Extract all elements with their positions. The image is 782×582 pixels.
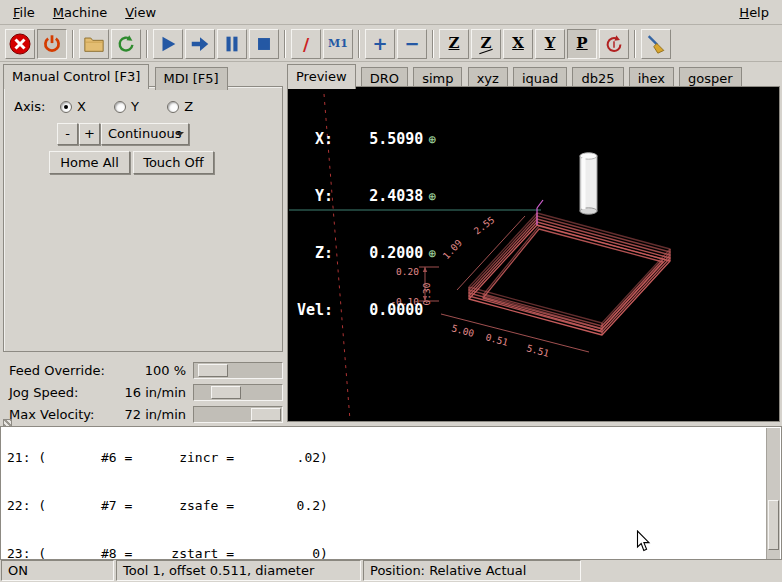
- machine-state-cell: ON: [1, 560, 114, 581]
- stop-icon: [253, 33, 275, 55]
- machine-power-button[interactable]: [37, 29, 67, 59]
- view-top-button[interactable]: Z: [439, 29, 469, 59]
- axis-radio-y[interactable]: Y: [114, 99, 145, 114]
- letter-z-icon: Z: [449, 36, 460, 51]
- axis-radio-x[interactable]: X: [60, 99, 92, 114]
- max-velocity-slider[interactable]: [193, 406, 283, 423]
- left-notebook-tabs: Manual Control [F3] MDI [F5]: [3, 64, 229, 87]
- toggle-skip-lines-button[interactable]: /: [291, 29, 321, 59]
- jog-mode-combobox[interactable]: Continuous: [101, 123, 189, 145]
- homed-icon: ⊕: [428, 189, 436, 204]
- jog-minus-button[interactable]: -: [57, 123, 78, 145]
- dro-row-x: X:5.5090⊕: [297, 130, 436, 149]
- zoom-in-button[interactable]: +: [365, 29, 395, 59]
- view-front-button[interactable]: Y: [535, 29, 565, 59]
- home-all-button[interactable]: Home All: [49, 151, 130, 174]
- max-velocity-label: Max Velocity:: [9, 407, 94, 422]
- view-rotated-top-button[interactable]: Z: [471, 29, 501, 59]
- max-velocity-row: Max Velocity: 72 in/min: [3, 405, 284, 425]
- estop-icon: [8, 32, 32, 56]
- gcode-lines: 21: ( #6 = zincr = .02) 22: ( #7 = zsafe…: [7, 426, 781, 560]
- reload-icon: [115, 33, 137, 55]
- homed-icon: ⊕: [428, 246, 436, 261]
- radio-x-circle[interactable]: [60, 101, 72, 113]
- tab-preview[interactable]: Preview: [287, 64, 356, 89]
- jog-plus-button[interactable]: +: [79, 123, 100, 145]
- feed-override-value: 100 %: [103, 363, 186, 378]
- menu-view[interactable]: View: [116, 2, 165, 23]
- view-perspective-button[interactable]: P: [567, 29, 597, 59]
- slash-icon: /: [303, 34, 309, 54]
- pause-icon: [221, 33, 243, 55]
- preview-frame: 0.20 0.30 -0.10 2.55 1.09 5.00 0.51 5.51: [287, 86, 780, 422]
- clear-plot-button[interactable]: [641, 29, 671, 59]
- dro-y-value: 2.4038: [333, 187, 423, 206]
- dro-x-label: X:: [297, 130, 333, 149]
- step-line-button[interactable]: [185, 29, 215, 59]
- dim-label-x-size: 5.00: [450, 322, 475, 339]
- rapid-move-line: [537, 200, 543, 225]
- dim-label-x-max: 5.51: [525, 342, 550, 359]
- toolbar-separator: [358, 30, 360, 58]
- open-file-button[interactable]: [79, 29, 109, 59]
- max-velocity-value: 72 in/min: [103, 407, 186, 422]
- zoom-out-button[interactable]: −: [397, 29, 427, 59]
- toolbar: / M1 + − Z Z X Y P: [0, 26, 782, 62]
- toolbar-separator: [284, 30, 286, 58]
- radio-z-circle[interactable]: [167, 101, 179, 113]
- gcode-line: 22: ( #7 = zsafe = 0.2): [7, 498, 781, 514]
- menu-machine[interactable]: Machine: [44, 2, 116, 23]
- dro-row-z: Z:0.2000⊕: [297, 244, 436, 263]
- step-arrow-icon: [189, 33, 211, 55]
- tab-manual-control[interactable]: Manual Control [F3]: [3, 64, 149, 89]
- letter-x-icon: X: [512, 36, 524, 51]
- view-side-button[interactable]: X: [503, 29, 533, 59]
- dro-y-label: Y:: [297, 187, 333, 206]
- menu-help[interactable]: Help: [730, 2, 778, 23]
- rotate-view-button[interactable]: [599, 29, 629, 59]
- feed-override-handle[interactable]: [198, 364, 228, 377]
- menubar: File Machine View Help: [0, 0, 782, 25]
- stop-program-button[interactable]: [249, 29, 279, 59]
- pause-program-button[interactable]: [217, 29, 247, 59]
- dimension-lines: [419, 216, 589, 352]
- axis-radio-z[interactable]: Z: [167, 99, 195, 114]
- toolpath: [469, 213, 670, 335]
- jog-mode-value: Continuous: [108, 126, 181, 141]
- preview-canvas[interactable]: 0.20 0.30 -0.10 2.55 1.09 5.00 0.51 5.51: [289, 88, 778, 420]
- tab-mdi[interactable]: MDI [F5]: [155, 67, 228, 90]
- clear-plot-broom-icon: [645, 33, 667, 55]
- m1-icon: M1: [328, 37, 348, 50]
- dro-z-label: Z:: [297, 244, 333, 263]
- chevron-down-icon: [176, 132, 184, 140]
- gcode-scrollbar-thumb[interactable]: [768, 500, 779, 550]
- dro-z-value: 0.2000: [333, 244, 423, 263]
- dro-vel-label: Vel:: [297, 301, 333, 320]
- estop-button[interactable]: [5, 29, 35, 59]
- touch-off-button[interactable]: Touch Off: [133, 151, 214, 174]
- pane-resize-grip[interactable]: [3, 419, 12, 427]
- axis-radio-group: X Y Z: [60, 99, 195, 114]
- toolbar-separator: [146, 30, 148, 58]
- menu-file[interactable]: File: [4, 2, 44, 23]
- dro-x-value: 5.5090: [333, 130, 423, 149]
- jog-speed-slider[interactable]: [193, 384, 283, 401]
- feed-override-label: Feed Override:: [9, 363, 105, 378]
- dro-row-y: Y:2.4038⊕: [297, 187, 436, 206]
- toggle-optional-stop-button[interactable]: M1: [323, 29, 353, 59]
- gcode-listing[interactable]: 21: ( #6 = zincr = .02) 22: ( #7 = zsafe…: [0, 426, 782, 560]
- right-notebook-tabs: Preview DRO simp xyz iquad db25 ihex gos…: [287, 64, 782, 87]
- gcode-scrollbar[interactable]: [766, 428, 780, 559]
- toolbar-separator: [72, 30, 74, 58]
- jog-speed-handle[interactable]: [211, 386, 241, 399]
- reload-file-button[interactable]: [111, 29, 141, 59]
- play-icon: [157, 33, 179, 55]
- axis-window: File Machine View Help: [0, 0, 782, 582]
- dim-label-y-min: 1.09: [440, 237, 464, 261]
- tool-info-cell: Tool 1, offset 0.511, diameter 0.125: [116, 560, 361, 581]
- max-velocity-handle[interactable]: [251, 408, 281, 421]
- rotate-view-icon: [603, 33, 625, 55]
- feed-override-slider[interactable]: [193, 362, 283, 379]
- radio-y-circle[interactable]: [114, 101, 126, 113]
- run-program-button[interactable]: [153, 29, 183, 59]
